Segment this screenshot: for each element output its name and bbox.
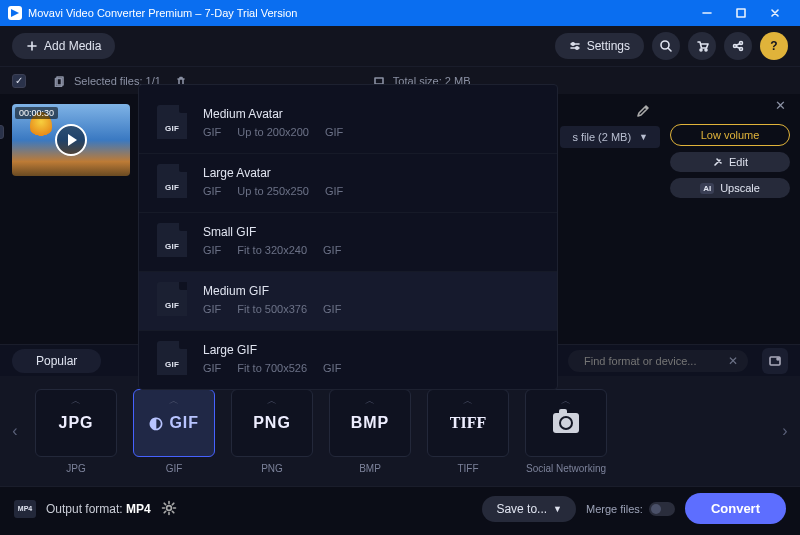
edit-button-label: Edit — [729, 156, 748, 168]
chevron-down-icon: ▼ — [639, 132, 648, 142]
bottom-bar: MP4 Output format: MP4 Save to... ▼ Merg… — [0, 486, 800, 530]
action-column: Low volume Edit AI Upscale — [670, 124, 790, 198]
play-icon[interactable] — [55, 124, 87, 156]
file-chip-text: s file (2 MB) — [572, 131, 631, 143]
format-label: TIFF — [457, 463, 478, 474]
ai-icon: AI — [700, 183, 714, 194]
duration-badge: 00:00:30 — [15, 107, 58, 119]
add-media-label: Add Media — [44, 39, 101, 53]
pencil-icon[interactable] — [636, 104, 650, 118]
media-item-checkbox[interactable] — [0, 125, 4, 139]
settings-label: Settings — [587, 39, 630, 53]
file-gif-icon: GIF — [157, 223, 187, 257]
preset-item[interactable]: GIF Small GIF GIFFit to 320x240GIF — [139, 212, 557, 271]
minimize-button[interactable] — [690, 0, 724, 26]
convert-button[interactable]: Convert — [685, 493, 786, 524]
file-size-chip[interactable]: s file (2 MB) ▼ — [560, 126, 660, 148]
preset-meta: GIFUp to 200x200GIF — [203, 126, 343, 138]
svg-point-14 — [777, 358, 779, 360]
panel-close-button[interactable]: ✕ — [775, 98, 786, 113]
preset-item[interactable]: GIF Large GIF GIFFit to 700x526GIF — [139, 330, 557, 389]
merge-files-label: Merge files: — [586, 503, 643, 515]
file-gif-icon: GIF — [157, 282, 187, 316]
share-button[interactable] — [724, 32, 752, 60]
preset-item[interactable]: GIF Large Avatar GIFUp to 250x250GIF — [139, 153, 557, 212]
carousel-next-button[interactable]: › — [774, 422, 796, 440]
svg-point-5 — [705, 49, 707, 51]
format-search[interactable]: ✕ — [568, 350, 748, 372]
output-format-label: Output format: MP4 — [46, 502, 151, 516]
add-media-button[interactable]: Add Media — [12, 33, 115, 59]
edit-button[interactable]: Edit — [670, 152, 790, 172]
preset-title: Medium Avatar — [203, 107, 343, 121]
file-gif-icon: GIF — [157, 341, 187, 375]
file-gif-icon: GIF — [157, 164, 187, 198]
format-label: PNG — [261, 463, 283, 474]
display-mode-button[interactable] — [762, 348, 788, 374]
preset-item[interactable]: GIF Medium GIF GIFFit to 500x376GIF — [139, 271, 557, 330]
format-jpg[interactable]: ︿JPG JPG — [28, 389, 124, 474]
upscale-button[interactable]: AI Upscale — [670, 178, 790, 198]
svg-rect-0 — [737, 9, 745, 17]
toolbar: Add Media Settings ? — [0, 26, 800, 66]
gear-icon[interactable] — [161, 500, 179, 518]
format-bmp[interactable]: ︿BMP BMP — [322, 389, 418, 474]
merge-files-toggle[interactable] — [649, 502, 675, 516]
cart-button[interactable] — [688, 32, 716, 60]
preset-dropdown: GIF Medium Avatar GIFUp to 200x200GIF GI… — [138, 84, 558, 390]
format-tiff[interactable]: ︿TIFF TIFF — [420, 389, 516, 474]
preset-meta: GIFFit to 500x376GIF — [203, 303, 341, 315]
help-button[interactable]: ? — [760, 32, 788, 60]
carousel-prev-button[interactable]: ‹ — [4, 422, 26, 440]
preset-title: Large GIF — [203, 343, 341, 357]
main-area: 00:00:30 ✕ s file (2 MB) ▼ Low volume Ed… — [0, 94, 800, 344]
svg-point-4 — [700, 49, 702, 51]
chevron-up-icon: ︿ — [365, 394, 375, 408]
format-label: GIF — [166, 463, 183, 474]
format-label: BMP — [359, 463, 381, 474]
svg-rect-11 — [375, 78, 383, 84]
close-button[interactable] — [758, 0, 792, 26]
edit-header — [570, 100, 660, 122]
select-all-checkbox[interactable] — [12, 74, 26, 88]
format-social[interactable]: ︿ Social Networking — [518, 389, 614, 474]
camera-icon — [553, 413, 579, 433]
search-button[interactable] — [652, 32, 680, 60]
format-gif[interactable]: ︿◐ GIF GIF — [126, 389, 222, 474]
chevron-up-icon: ︿ — [169, 394, 179, 408]
titlebar: Movavi Video Converter Premium – 7-Day T… — [0, 0, 800, 26]
svg-point-15 — [166, 505, 171, 510]
chevron-up-icon: ︿ — [71, 394, 81, 408]
format-label: Social Networking — [526, 463, 606, 474]
preset-title: Small GIF — [203, 225, 341, 239]
merge-files-control: Merge files: — [586, 502, 675, 516]
save-to-label: Save to... — [496, 502, 547, 516]
preset-title: Large Avatar — [203, 166, 343, 180]
preset-item[interactable]: GIF Medium Avatar GIFUp to 200x200GIF — [139, 95, 557, 153]
preset-title: Medium GIF — [203, 284, 341, 298]
preset-meta: GIFUp to 250x250GIF — [203, 185, 343, 197]
window-title: Movavi Video Converter Premium – 7-Day T… — [28, 7, 690, 19]
format-search-input[interactable] — [584, 355, 722, 367]
tab-popular[interactable]: Popular — [12, 349, 101, 373]
output-format-icon: MP4 — [14, 500, 36, 518]
chevron-up-icon: ︿ — [267, 394, 277, 408]
files-icon — [54, 75, 66, 87]
chevron-up-icon: ︿ — [463, 394, 473, 408]
format-carousel: ‹ ︿JPG JPG ︿◐ GIF GIF ︿PNG PNG ︿BMP BMP … — [0, 376, 800, 486]
chevron-down-icon: ▼ — [553, 504, 562, 514]
format-label: JPG — [66, 463, 85, 474]
preset-meta: GIFFit to 320x240GIF — [203, 244, 341, 256]
maximize-button[interactable] — [724, 0, 758, 26]
low-volume-button[interactable]: Low volume — [670, 124, 790, 146]
preset-meta: GIFFit to 700x526GIF — [203, 362, 341, 374]
clear-search-icon[interactable]: ✕ — [728, 354, 738, 368]
format-png[interactable]: ︿PNG PNG — [224, 389, 320, 474]
settings-button[interactable]: Settings — [555, 33, 644, 59]
media-thumbnail[interactable]: 00:00:30 — [12, 104, 130, 176]
media-item[interactable]: 00:00:30 — [12, 104, 130, 176]
chevron-up-icon: ︿ — [561, 394, 571, 408]
save-to-button[interactable]: Save to... ▼ — [482, 496, 576, 522]
file-gif-icon: GIF — [157, 105, 187, 139]
upscale-button-label: Upscale — [720, 182, 760, 194]
